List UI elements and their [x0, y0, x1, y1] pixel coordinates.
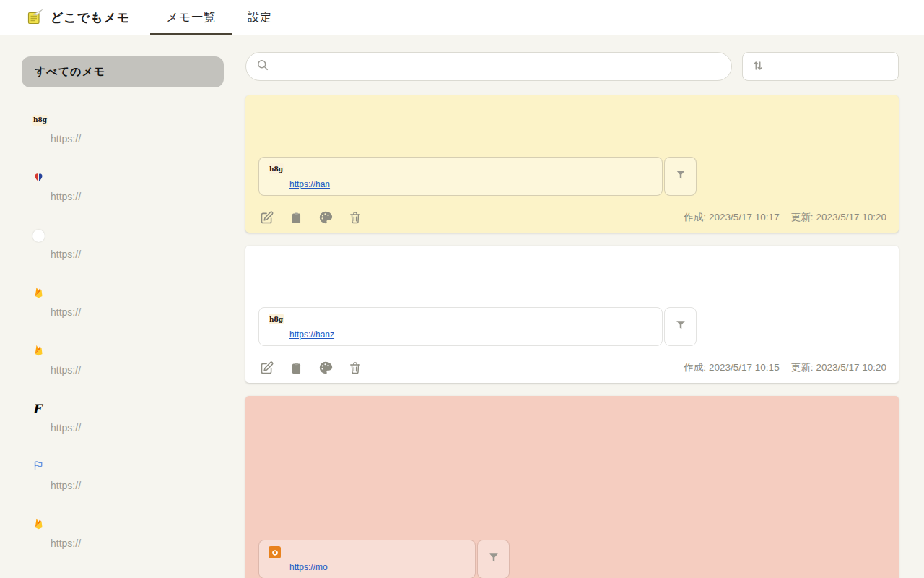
- sidebar-item-url: https://: [51, 480, 224, 491]
- app-title: どこでもメモ: [51, 9, 130, 26]
- app-header: どこでもメモ メモ一覧 設定: [0, 0, 924, 35]
- sidebar-item-url: https://: [51, 364, 224, 376]
- filter-button[interactable]: [664, 157, 697, 196]
- memo-card: h8g https://hanz: [245, 246, 899, 383]
- app-logo-memo-icon: [26, 9, 43, 26]
- sidebar-item-url: https://: [51, 133, 224, 144]
- sidebar-memo-item[interactable]: F https://: [22, 402, 224, 434]
- funnel-icon: [487, 551, 501, 568]
- created-label: 作成:: [684, 362, 706, 373]
- h8g-favicon-icon: h8g: [269, 163, 284, 174]
- sidebar-memo-list: h8g https:// https:// https://: [22, 113, 224, 549]
- header-tabs: メモ一覧 設定: [150, 0, 288, 35]
- memo-timestamps: 作成:2023/5/17 10:15更新:2023/5/17 10:20: [684, 361, 886, 374]
- filter-button[interactable]: [664, 307, 697, 346]
- created-value: 2023/5/17 10:17: [709, 212, 780, 223]
- memo-actions: [258, 210, 363, 225]
- main-content: h8g https://han: [245, 35, 899, 578]
- moneyforward-favicon-icon: [269, 546, 281, 558]
- memo-link-box: h8g https://hanz: [258, 307, 663, 346]
- heart-favicon-icon: [32, 171, 45, 186]
- color-palette-button[interactable]: [318, 210, 334, 225]
- sidebar-memo-item[interactable]: https://: [22, 518, 224, 549]
- created-label: 作成:: [684, 212, 706, 223]
- sidebar-item-url: https://: [51, 422, 224, 434]
- search-icon: [256, 58, 270, 75]
- memo-link-box: h8g https://han: [258, 157, 663, 196]
- memo-link[interactable]: https://mo: [289, 562, 328, 572]
- memo-card: h8g https://han: [245, 95, 899, 233]
- sidebar-item-url: https://: [51, 249, 224, 260]
- delete-trash-button[interactable]: [347, 210, 363, 225]
- flag-favicon-icon: [32, 460, 45, 475]
- created-value: 2023/5/17 10:15: [709, 362, 780, 373]
- firebase-favicon-icon: [32, 517, 45, 532]
- tab-settings[interactable]: 設定: [232, 0, 288, 35]
- sidebar-item-url: https://: [51, 306, 224, 318]
- f-favicon-icon: F: [32, 403, 41, 415]
- github-favicon-icon: [32, 230, 45, 242]
- memo-link[interactable]: https://hanz: [289, 329, 334, 340]
- updated-label: 更新:: [791, 362, 814, 373]
- sidebar-memo-item[interactable]: https://: [22, 460, 224, 491]
- sidebar-memo-item[interactable]: h8g https://: [22, 113, 224, 144]
- edit-button[interactable]: [258, 360, 274, 376]
- memo-actions: [258, 360, 363, 376]
- delete-trash-button[interactable]: [347, 360, 363, 376]
- search-input[interactable]: [276, 61, 722, 72]
- sidebar-memo-item[interactable]: https://: [22, 345, 224, 376]
- sort-arrows-icon: [750, 58, 766, 76]
- sidebar-memo-item[interactable]: https://: [22, 229, 224, 260]
- sidebar: すべてのメモ h8g https:// https:// https://: [0, 35, 245, 578]
- search-box: [245, 52, 732, 81]
- updated-value: 2023/5/17 10:20: [816, 362, 886, 373]
- firebase-favicon-icon: [32, 286, 45, 301]
- memo-card: https://mo: [245, 396, 899, 578]
- toolbar: [245, 52, 899, 81]
- edit-button[interactable]: [258, 210, 274, 225]
- updated-label: 更新:: [791, 212, 814, 223]
- memo-timestamps: 作成:2023/5/17 10:17更新:2023/5/17 10:20: [684, 211, 886, 224]
- funnel-icon: [674, 168, 688, 185]
- memo-link[interactable]: https://han: [289, 179, 330, 189]
- h8g-favicon-icon: h8g: [32, 115, 48, 126]
- copy-clipboard-button[interactable]: [288, 210, 304, 225]
- sidebar-item-url: https://: [51, 191, 224, 202]
- updated-value: 2023/5/17 10:20: [816, 212, 886, 223]
- sidebar-memo-item[interactable]: https://: [22, 287, 224, 318]
- copy-clipboard-button[interactable]: [288, 360, 304, 376]
- filter-button[interactable]: [477, 540, 510, 578]
- h8g-favicon-icon: h8g: [269, 314, 284, 324]
- funnel-icon: [674, 318, 688, 335]
- color-palette-button[interactable]: [318, 360, 334, 376]
- firebase-favicon-icon: [32, 344, 45, 359]
- memo-link-box: https://mo: [258, 540, 476, 578]
- sidebar-item-url: https://: [51, 538, 224, 549]
- all-memos-button[interactable]: すべてのメモ: [22, 56, 224, 87]
- sort-order-select[interactable]: [742, 52, 899, 81]
- tab-memo-list[interactable]: メモ一覧: [150, 0, 232, 35]
- sidebar-memo-item[interactable]: https://: [22, 171, 224, 202]
